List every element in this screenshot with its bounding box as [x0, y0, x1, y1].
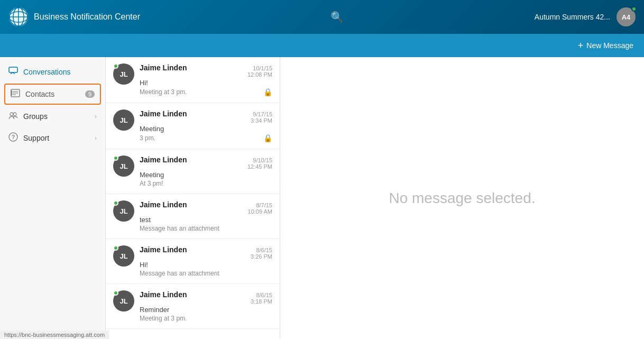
conv-subject: test: [140, 216, 272, 224]
search-icon[interactable]: 🔍: [330, 11, 344, 23]
avatar-wrap: JL: [113, 290, 134, 311]
conv-time: 3:26 PM: [251, 253, 272, 260]
conv-header-row: Jaime Linden 9/17/15 3:34 PM: [140, 109, 272, 124]
online-status-dot: [631, 6, 637, 12]
conv-date-line1: 9/17/15: [251, 111, 272, 117]
conv-date-line1: 10/1/15: [247, 65, 272, 71]
sidebar-item-support[interactable]: ? Support ›: [0, 127, 105, 149]
sidebar-item-conversations[interactable]: Conversations: [0, 61, 105, 83]
svg-point-12: [10, 113, 13, 116]
search-area[interactable]: 🔍: [140, 11, 535, 23]
conversation-item[interactable]: JL Jaime Linden 8/6/15 3:18 PM Reminder …: [106, 284, 280, 329]
conv-preview-row: Message has an attachment: [140, 270, 272, 277]
conv-date-line1: 9/10/15: [247, 157, 272, 163]
online-dot: [113, 245, 118, 251]
conversation-item[interactable]: JL Jaime Linden 8/6/15 3:26 PM Hi! Messa…: [106, 239, 280, 284]
conversation-item[interactable]: JL Jaime Linden 8/7/15 10:09 AM test Mes…: [106, 194, 280, 239]
conv-date: 10/1/15 12:08 PM: [247, 65, 272, 78]
user-name: Autumn Summers 42...: [535, 13, 610, 21]
conv-name: Jaime Linden: [140, 245, 187, 254]
groups-chevron-icon: ›: [95, 113, 97, 120]
contacts-label: Contacts: [25, 90, 54, 98]
support-icon: ?: [8, 132, 18, 144]
conv-body: Jaime Linden 9/10/15 12:45 PM Meeting At…: [140, 155, 272, 187]
conv-name: Jaime Linden: [140, 290, 187, 299]
conv-header-row: Jaime Linden 8/6/15 3:26 PM: [140, 245, 272, 260]
conv-time: 12:08 PM: [247, 71, 272, 78]
conv-avatar: JL: [113, 109, 134, 131]
conv-subject: Reminder: [140, 306, 272, 314]
conv-preview-row: At 3 pm!: [140, 180, 272, 187]
conv-time: 3:18 PM: [251, 298, 272, 305]
status-url: https://bnc-businessmessaging.att.com: [4, 332, 105, 338]
online-dot: [113, 200, 118, 206]
conv-header-row: Jaime Linden 8/6/15 3:18 PM: [140, 290, 272, 305]
main-content-panel: No message selected.: [280, 57, 644, 339]
conv-body: Jaime Linden 9/17/15 3:34 PM Meeting 3 p…: [140, 109, 272, 142]
conv-body: Jaime Linden 10/1/15 12:08 PM Hi! Meetin…: [140, 63, 272, 96]
conversation-item[interactable]: JL Jaime Linden 9/10/15 12:45 PM Meeting…: [106, 149, 280, 194]
main-container: Conversations Contacts 9: [0, 57, 644, 339]
sidebar-item-groups[interactable]: Groups ›: [0, 106, 105, 127]
conversation-item[interactable]: JL Jaime Linden 10/1/15 12:08 PM Hi! Mee…: [106, 57, 280, 103]
conv-preview: At 3 pm!: [140, 180, 272, 187]
conv-preview: Message has an attachment: [140, 270, 272, 277]
conv-preview: Message has an attachment: [140, 225, 272, 232]
sidebar-item-contacts[interactable]: Contacts 9: [4, 84, 101, 105]
user-area: Autumn Summers 42... A4: [535, 7, 636, 26]
no-message-text: No message selected.: [389, 190, 535, 207]
conv-date: 8/6/15 3:26 PM: [251, 247, 272, 260]
conv-preview-row: Meeting at 3 pm.: [140, 315, 272, 322]
conversation-list: JL Jaime Linden 10/1/15 12:08 PM Hi! Mee…: [106, 57, 280, 339]
contacts-badge: 9: [85, 90, 95, 98]
conv-preview-row: Message has an attachment: [140, 225, 272, 232]
conv-date: 9/17/15 3:34 PM: [251, 111, 272, 124]
conv-body: Jaime Linden 8/6/15 3:26 PM Hi! Message …: [140, 245, 272, 277]
groups-icon: [8, 111, 18, 122]
conv-body: Jaime Linden 8/7/15 10:09 AM test Messag…: [140, 200, 272, 232]
conv-header-row: Jaime Linden 10/1/15 12:08 PM: [140, 63, 272, 78]
conv-body: Jaime Linden 8/6/15 3:18 PM Reminder Mee…: [140, 290, 272, 322]
avatar-wrap: JL: [113, 245, 134, 267]
avatar[interactable]: A4: [617, 7, 636, 26]
conv-date: 9/10/15 12:45 PM: [247, 157, 272, 170]
conv-date-line1: 8/6/15: [251, 292, 272, 298]
conv-date-line1: 8/7/15: [248, 202, 272, 208]
avatar-wrap: JL: [113, 155, 134, 177]
conv-preview: Meeting at 3 pm.: [140, 315, 272, 322]
new-message-button[interactable]: + New Message: [578, 40, 633, 51]
conv-preview-row: Meeting at 3 pm. 🔒: [140, 88, 272, 96]
svg-rect-11: [11, 90, 12, 96]
conv-time: 12:45 PM: [247, 163, 272, 170]
online-dot: [113, 63, 118, 69]
conv-name: Jaime Linden: [140, 109, 187, 118]
groups-label: Groups: [23, 112, 48, 121]
support-chevron-icon: ›: [95, 134, 97, 142]
conversation-item[interactable]: JL Jaime Linden 9/17/15 3:34 PM Meeting …: [106, 103, 280, 149]
conv-header-row: Jaime Linden 9/10/15 12:45 PM: [140, 155, 272, 170]
avatar-wrap: JL: [113, 109, 134, 131]
conv-preview: Meeting at 3 pm.: [140, 88, 263, 96]
conv-date: 8/7/15 10:09 AM: [248, 202, 272, 215]
conv-name: Jaime Linden: [140, 155, 187, 164]
conv-header-row: Jaime Linden 8/7/15 10:09 AM: [140, 200, 272, 215]
online-dot: [113, 290, 118, 296]
conversations-label: Conversations: [23, 68, 71, 76]
conv-name: Jaime Linden: [140, 63, 187, 72]
conv-subject: Hi!: [140, 261, 272, 269]
conv-date: 8/6/15 3:18 PM: [251, 292, 272, 305]
plus-icon: +: [578, 40, 584, 51]
conv-preview: 3 pm.: [140, 134, 263, 142]
header: Business Notification Center 🔍 Autumn Su…: [0, 0, 644, 34]
conversations-icon: [8, 67, 18, 77]
status-bar: https://bnc-businessmessaging.att.com: [0, 331, 109, 339]
svg-text:?: ?: [12, 134, 15, 140]
conv-name: Jaime Linden: [140, 200, 187, 209]
svg-point-13: [13, 113, 16, 116]
lock-icon: 🔒: [263, 134, 272, 142]
logo-area: Business Notification Center: [8, 7, 140, 27]
conv-subject: Meeting: [140, 125, 272, 133]
avatar-initials: A4: [622, 13, 631, 21]
lock-icon: 🔒: [263, 88, 272, 96]
new-message-label: New Message: [586, 41, 633, 50]
